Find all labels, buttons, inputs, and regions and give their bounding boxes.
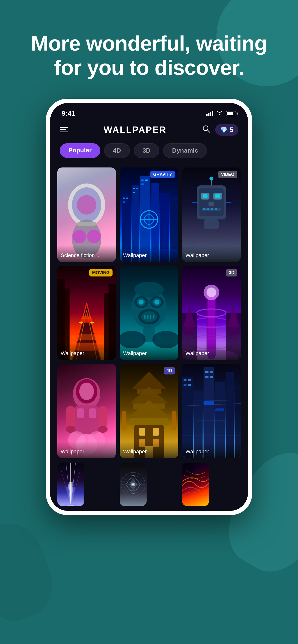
signal-bar-3 xyxy=(210,112,211,116)
wallpaper-item-12[interactable] xyxy=(182,463,209,506)
status-time: 9:41 xyxy=(62,110,75,118)
svg-point-70 xyxy=(154,300,159,304)
svg-rect-20 xyxy=(123,202,125,203)
wallpaper-bottom-row xyxy=(50,463,248,511)
svg-rect-132 xyxy=(184,384,186,386)
svg-rect-117 xyxy=(139,428,145,436)
svg-rect-136 xyxy=(205,376,209,378)
tabs-container: Popular 4D 3D Dynamic xyxy=(50,140,248,163)
svg-rect-33 xyxy=(199,188,224,216)
wallpaper-item-5[interactable]: Wallpaper xyxy=(120,266,178,360)
gems-badge[interactable]: 💎 5 xyxy=(215,124,238,136)
wallpaper-item-11[interactable] xyxy=(120,463,146,506)
svg-rect-103 xyxy=(66,406,75,428)
svg-rect-2 xyxy=(60,132,68,132)
status-bar: 9:41 xyxy=(50,103,248,119)
app-header: WALLPAPER 💎 5 xyxy=(50,119,248,140)
svg-point-63 xyxy=(90,322,94,324)
svg-rect-41 xyxy=(207,208,209,210)
menu-icon[interactable] xyxy=(60,126,68,134)
wallpaper-label-4: Wallpaper xyxy=(57,343,116,360)
signal-bars xyxy=(206,111,213,116)
svg-rect-101 xyxy=(77,408,84,418)
wallpaper-item-6[interactable]: 3D Wallpaper xyxy=(182,266,241,360)
gem-icon: 💎 xyxy=(220,126,228,134)
svg-rect-74 xyxy=(144,315,146,319)
tab-3d[interactable]: 3D xyxy=(134,143,159,158)
tab-popular[interactable]: Popular xyxy=(60,143,100,158)
svg-rect-61 xyxy=(82,316,91,319)
svg-point-165 xyxy=(132,484,134,486)
svg-rect-40 xyxy=(203,208,205,210)
svg-rect-102 xyxy=(89,408,96,418)
svg-line-4 xyxy=(208,130,210,132)
svg-rect-44 xyxy=(204,220,219,229)
wallpaper-item-4[interactable]: MOVING Wallpaper xyxy=(57,266,116,360)
gem-count: 5 xyxy=(230,126,233,134)
search-icon[interactable] xyxy=(202,125,210,135)
svg-rect-133 xyxy=(188,384,191,386)
svg-rect-11 xyxy=(77,222,96,226)
phone-frame: 9:41 xyxy=(46,99,252,515)
wallpaper-item-3[interactable]: VIDEO Wallpaper xyxy=(182,168,241,262)
svg-rect-38 xyxy=(209,202,214,206)
header-right: 💎 5 xyxy=(202,124,238,136)
wallpaper-item-9[interactable]: Wallpaper xyxy=(182,364,241,458)
svg-point-9 xyxy=(72,230,86,244)
svg-rect-76 xyxy=(150,315,152,319)
signal-bar-1 xyxy=(206,114,208,116)
svg-rect-123 xyxy=(172,411,176,430)
svg-point-3 xyxy=(203,126,208,130)
svg-rect-115 xyxy=(129,418,169,425)
wallpaper-label-5: Wallpaper xyxy=(120,343,178,360)
svg-rect-42 xyxy=(211,208,213,210)
svg-rect-43 xyxy=(215,208,217,210)
svg-rect-140 xyxy=(203,401,214,405)
svg-rect-26 xyxy=(141,184,143,185)
wallpaper-label-1: Science fiction ... xyxy=(57,245,116,262)
svg-rect-25 xyxy=(145,180,147,181)
svg-point-78 xyxy=(134,282,164,297)
svg-marker-110 xyxy=(132,372,166,389)
svg-point-10 xyxy=(87,230,101,244)
svg-point-73 xyxy=(141,312,157,322)
signal-bar-2 xyxy=(208,113,209,116)
battery-fill xyxy=(227,112,233,115)
wallpaper-item-10[interactable] xyxy=(57,463,84,506)
wallpaper-item-1[interactable]: Science fiction ... xyxy=(57,168,116,262)
tab-4d[interactable]: 4D xyxy=(104,143,130,158)
svg-rect-37 xyxy=(215,194,220,198)
wallpaper-label-2: Wallpaper xyxy=(120,245,178,262)
wallpaper-tag-8: 4D xyxy=(164,367,175,374)
svg-rect-131 xyxy=(188,379,191,381)
phone-screen: 9:41 xyxy=(50,103,248,511)
svg-rect-22 xyxy=(136,188,138,189)
wallpaper-item-2[interactable]: GRAVITY Wallpaper xyxy=(120,168,178,262)
wallpaper-tag-2: GRAVITY xyxy=(150,171,175,178)
status-icons xyxy=(206,110,236,117)
wallpaper-label-7: Wallpaper xyxy=(57,441,116,458)
wallpaper-item-8[interactable]: 4D Wallpaper xyxy=(120,364,178,458)
svg-rect-24 xyxy=(141,180,143,181)
svg-point-106 xyxy=(98,426,108,433)
svg-rect-77 xyxy=(153,315,154,319)
tab-dynamic[interactable]: Dynamic xyxy=(163,143,207,158)
wallpaper-tag-4: MOVING xyxy=(89,269,112,276)
svg-rect-141 xyxy=(215,408,224,411)
svg-point-7 xyxy=(77,195,96,215)
svg-rect-19 xyxy=(126,198,128,199)
svg-rect-75 xyxy=(147,315,148,319)
wallpaper-label-9: Wallpaper xyxy=(182,441,241,458)
wallpaper-grid: Science fiction ... xyxy=(50,163,248,463)
svg-rect-1 xyxy=(60,130,66,130)
app-title: WALLPAPER xyxy=(104,125,167,135)
phone-container: 9:41 xyxy=(0,99,298,515)
svg-rect-122 xyxy=(122,411,126,430)
svg-rect-21 xyxy=(133,188,135,189)
wallpaper-item-7[interactable]: Wallpaper xyxy=(57,364,116,458)
wallpaper-tag-3: VIDEO xyxy=(218,171,237,178)
wifi-icon xyxy=(216,110,223,117)
svg-rect-118 xyxy=(153,428,159,436)
svg-point-62 xyxy=(79,322,83,324)
svg-point-55 xyxy=(67,334,106,340)
